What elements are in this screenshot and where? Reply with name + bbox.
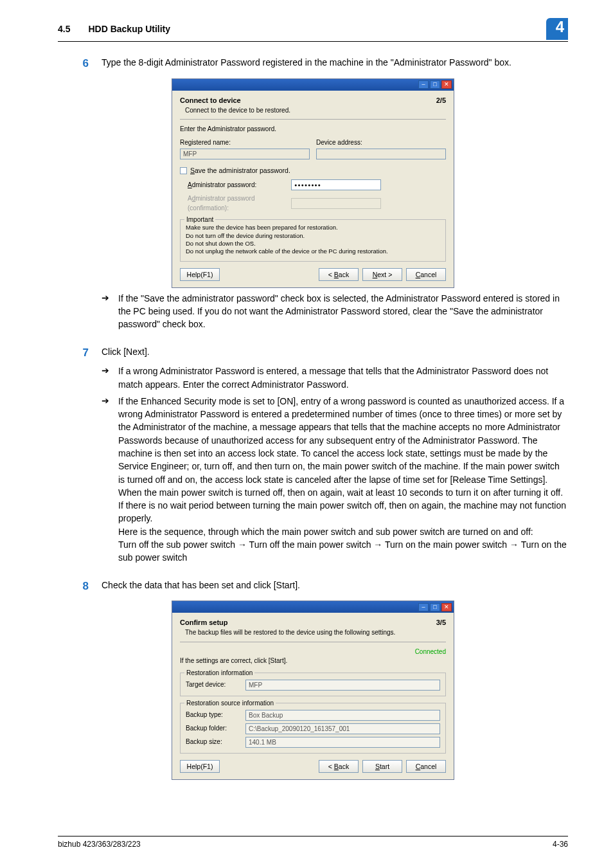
wizard-step: 2/5 xyxy=(436,96,446,106)
footer-page: 4-36 xyxy=(553,839,568,850)
dialog-title: Confirm setup xyxy=(180,618,395,628)
step-text: Click [Next]. xyxy=(102,345,568,358)
step-text: Type the 8-digit Administrator Password … xyxy=(102,56,568,69)
chapter-badge: 4 xyxy=(546,18,568,40)
help-button[interactable]: Help(F1) xyxy=(180,268,220,281)
page-header: 4.5 HDD Backup Utility 4 xyxy=(58,18,568,42)
next-button[interactable]: Next > xyxy=(362,268,402,281)
confirm-hint: If the settings are correct, click [Star… xyxy=(180,656,446,666)
registered-name-field: MFP xyxy=(180,149,310,159)
registered-name-label: Registered name: xyxy=(180,138,310,148)
arrow-icon: ➔ xyxy=(102,395,112,408)
device-address-field xyxy=(316,149,446,159)
titlebar: – □ ✕ xyxy=(172,601,454,613)
minimize-icon[interactable]: – xyxy=(418,80,429,89)
admin-password-label: Administrator password: xyxy=(188,181,287,190)
page-footer: bizhub 423/363/283/223 4-36 xyxy=(58,836,568,850)
maximize-icon[interactable]: □ xyxy=(430,603,440,611)
titlebar: – □ ✕ xyxy=(172,79,454,91)
important-line: Do not shut down the OS. xyxy=(186,240,440,248)
connect-device-dialog: – □ ✕ Connect to device Connect to the d… xyxy=(172,78,454,288)
enter-password-prompt: Enter the Administrator password. xyxy=(180,125,446,134)
dialog-title: Connect to device xyxy=(180,96,290,106)
device-address-label: Device address: xyxy=(316,138,446,148)
save-password-checkbox[interactable] xyxy=(180,167,187,174)
back-button[interactable]: < Back xyxy=(319,760,359,773)
backup-type-label: Backup type: xyxy=(186,710,240,720)
source-info-legend: Restoration source information xyxy=(184,699,276,709)
section-number: 4.5 xyxy=(58,23,70,35)
arrow-icon: ➔ xyxy=(102,365,112,377)
admin-password-field[interactable]: ●●●●●●●● xyxy=(291,179,381,190)
important-frame: Important Make sure the device has been … xyxy=(180,219,446,261)
maximize-icon[interactable]: □ xyxy=(430,80,440,89)
help-button[interactable]: Help(F1) xyxy=(180,760,220,773)
footer-model: bizhub 423/363/283/223 xyxy=(58,839,141,850)
important-line: Do not unplug the network cable of the d… xyxy=(186,248,440,255)
connected-status: Connected xyxy=(180,647,446,657)
backup-size-value: 140.1 MB xyxy=(245,737,440,748)
confirm-setup-dialog: – □ ✕ Confirm setup The backup files wil… xyxy=(172,601,454,779)
source-info-frame: Restoration source information Backup ty… xyxy=(180,703,446,754)
step-text: Check the data that has been set and cli… xyxy=(102,579,568,592)
bullet-text: If the Enhanced Security mode is set to … xyxy=(118,395,568,565)
minimize-icon[interactable]: – xyxy=(418,603,429,611)
admin-password-confirm-field xyxy=(291,198,381,209)
dialog-subtitle: The backup files will be restored to the… xyxy=(180,628,395,638)
back-button[interactable]: < Back xyxy=(319,268,359,281)
bullet-text: If the "Save the administrator password"… xyxy=(118,292,568,331)
close-icon[interactable]: ✕ xyxy=(441,603,452,611)
backup-folder-label: Backup folder: xyxy=(186,724,240,734)
step-number: 8 xyxy=(58,579,89,595)
bullet-text: If a wrong Administrator Password is ent… xyxy=(118,365,568,391)
restoration-info-legend: Restoration information xyxy=(184,669,254,678)
admin-password-confirm-label: Administrator password (confirmation): xyxy=(188,194,287,213)
close-icon[interactable]: ✕ xyxy=(441,80,452,89)
target-device-label: Target device: xyxy=(186,680,240,690)
start-button[interactable]: Start xyxy=(362,760,402,773)
target-device-value: MFP xyxy=(245,680,440,691)
save-password-label: Save the administrator password. xyxy=(190,166,290,176)
backup-size-label: Backup size: xyxy=(186,737,240,747)
dialog-subtitle: Connect to the device to be restored. xyxy=(180,106,290,116)
step-number: 6 xyxy=(58,56,89,72)
section-title: HDD Backup Utility xyxy=(88,23,170,35)
important-line: Do not turn off the device during restor… xyxy=(186,232,440,240)
wizard-step: 3/5 xyxy=(436,618,446,628)
arrow-icon: ➔ xyxy=(102,292,112,305)
cancel-button[interactable]: Cancel xyxy=(406,760,446,773)
step-number: 7 xyxy=(58,345,89,361)
important-legend: Important xyxy=(184,215,215,225)
important-line: Make sure the device has been prepared f… xyxy=(186,224,440,231)
cancel-button[interactable]: Cancel xyxy=(406,268,446,281)
backup-type-value: Box Backup xyxy=(245,710,440,721)
backup-folder-value: C:\Backup_20090120_161357_001 xyxy=(245,723,440,734)
restoration-info-frame: Restoration information Target device: M… xyxy=(180,673,446,696)
